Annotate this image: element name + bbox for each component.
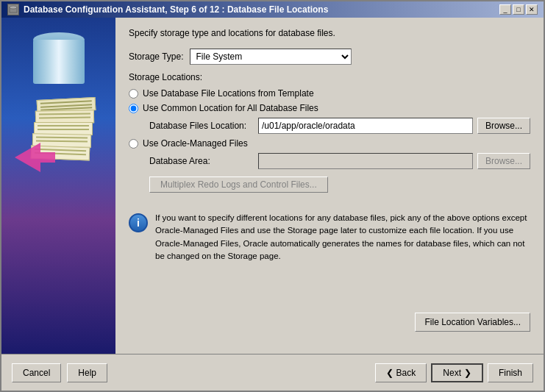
radio-oracle[interactable]: [129, 139, 138, 149]
radio-common-label[interactable]: Use Common Location for All Database Fil…: [143, 103, 318, 113]
storage-type-select[interactable]: File System ASM Raw: [190, 49, 352, 65]
next-arrow-icon: ❯: [464, 368, 471, 378]
file-location-area: File Location Variables...: [129, 305, 530, 338]
back-label: Back: [396, 368, 416, 378]
radio-template-label[interactable]: Use Database File Locations from Templat…: [143, 88, 314, 99]
minimize-button[interactable]: _: [499, 4, 511, 15]
browse-db-files-button[interactable]: Browse...: [477, 118, 530, 134]
info-box: i If you want to specify different locat…: [129, 212, 530, 263]
help-button[interactable]: Help: [67, 363, 107, 382]
file-location-variables-button[interactable]: File Location Variables...: [415, 313, 530, 332]
radio-template[interactable]: [129, 89, 138, 99]
db-cylinder-icon: [33, 32, 85, 91]
database-area-row: Database Area: Browse...: [149, 153, 530, 169]
description-text: Specify storage type and locations for d…: [129, 28, 530, 38]
title-bar: Database Configuration Assistant, Step 6…: [1, 1, 544, 18]
bottom-bar: Cancel Help ❮ Back Next ❯ Finish: [1, 354, 544, 391]
next-label: Next: [443, 368, 461, 378]
radio-oracle-label[interactable]: Use Oracle-Managed Files: [143, 138, 248, 149]
svg-point-1: [10, 6, 17, 9]
main-window: Database Configuration Assistant, Step 6…: [0, 0, 545, 392]
radio-template-row: Use Database File Locations from Templat…: [129, 88, 530, 99]
window-title: Database Configuration Assistant, Step 6…: [24, 4, 328, 15]
radio-oracle-row: Use Oracle-Managed Files: [129, 138, 530, 149]
storage-locations-label: Storage Locations:: [129, 72, 530, 82]
bottom-right-buttons: ❮ Back Next ❯ Finish: [375, 363, 533, 382]
db-files-location-input[interactable]: [258, 118, 473, 134]
window-icon: [7, 4, 19, 15]
finish-button[interactable]: Finish: [488, 363, 533, 382]
back-prev-arrow: ❮: [386, 368, 393, 378]
multiplex-button[interactable]: Multiplex Redo Logs and Control Files...: [149, 177, 328, 193]
right-panel: Specify storage type and locations for d…: [115, 18, 544, 354]
radio-common-row: Use Common Location for All Database Fil…: [129, 103, 530, 113]
storage-type-label: Storage Type:: [129, 51, 184, 62]
left-panel: [1, 18, 115, 354]
left-panel-image: [1, 18, 115, 354]
database-area-input[interactable]: [258, 153, 473, 169]
db-files-location-row: Database Files Location: Browse...: [149, 118, 530, 134]
back-button[interactable]: ❮ Back: [375, 363, 427, 382]
maximize-button[interactable]: □: [513, 4, 524, 15]
close-button[interactable]: ✕: [526, 4, 538, 15]
bottom-left-buttons: Cancel Help: [12, 363, 107, 382]
storage-type-row: Storage Type: File System ASM Raw: [129, 49, 530, 65]
info-text: If you want to specify different locatio…: [155, 212, 530, 263]
next-button[interactable]: Next ❯: [431, 363, 483, 382]
svg-marker-2: [15, 143, 55, 172]
db-files-location-label: Database Files Location:: [149, 121, 252, 131]
radio-common[interactable]: [129, 104, 138, 113]
info-icon: i: [129, 213, 148, 232]
browse-database-area-button[interactable]: Browse...: [477, 153, 530, 169]
database-area-label: Database Area:: [149, 156, 252, 166]
cancel-button[interactable]: Cancel: [12, 363, 61, 382]
